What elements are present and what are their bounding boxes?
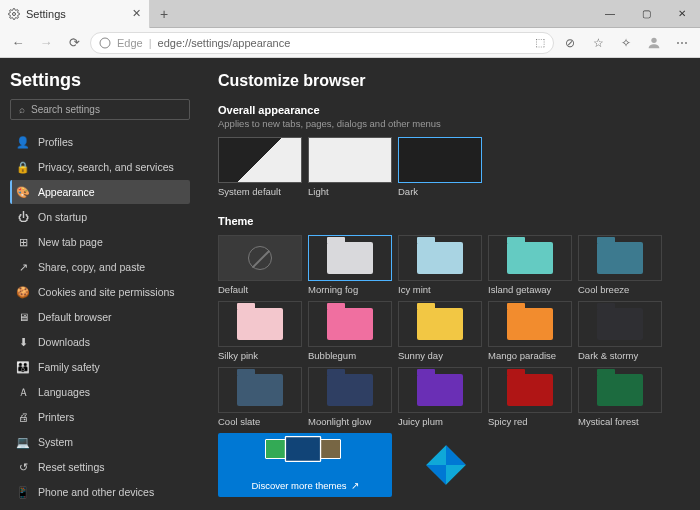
menu-icon: ⊞ — [16, 235, 30, 249]
menu-icon: ↺ — [16, 460, 30, 474]
sidebar-item-share-copy-and-paste[interactable]: ↗Share, copy, and paste — [10, 255, 190, 279]
sidebar-item-label: Printers — [38, 411, 74, 423]
appearance-option-light[interactable]: Light — [308, 137, 392, 197]
sidebar-item-family-safety[interactable]: 👪Family safety — [10, 355, 190, 379]
edge-icon — [99, 37, 111, 49]
sidebar-item-label: Share, copy, and paste — [38, 261, 145, 273]
theme-default[interactable]: Default — [218, 235, 302, 295]
sidebar-item-label: New tab page — [38, 236, 103, 248]
appearance-option-system-default[interactable]: System default — [218, 137, 302, 197]
sidebar-item-label: On startup — [38, 211, 87, 223]
theme-morning-fog[interactable]: Morning fog — [308, 235, 392, 295]
url-label: Edge — [117, 37, 143, 49]
discover-preview — [269, 439, 341, 459]
close-window-button[interactable]: ✕ — [664, 0, 700, 28]
sidebar-item-default-browser[interactable]: 🖥Default browser — [10, 305, 190, 329]
back-button[interactable]: ← — [6, 31, 30, 55]
sidebar-item-privacy-search-and-services[interactable]: 🔒Privacy, search, and services — [10, 155, 190, 179]
theme-cool-slate[interactable]: Cool slate — [218, 367, 302, 427]
maximize-button[interactable]: ▢ — [628, 0, 664, 28]
sidebar-item-label: Languages — [38, 386, 90, 398]
menu-icon: Ａ — [16, 385, 30, 399]
appearance-option-dark[interactable]: Dark — [398, 137, 482, 197]
menu-icon: 🖥 — [16, 310, 30, 324]
theme-label: Dark & stormy — [578, 350, 662, 361]
theme-island-getaway[interactable]: Island getaway — [488, 235, 572, 295]
sidebar-item-label: Profiles — [38, 136, 73, 148]
sidebar-item-languages[interactable]: ＡLanguages — [10, 380, 190, 404]
theme-label: Cool slate — [218, 416, 302, 427]
theme-title: Theme — [218, 215, 682, 227]
theme-silky-pink[interactable]: Silky pink — [218, 301, 302, 361]
sidebar-item-label: Default browser — [38, 311, 112, 323]
sidebar-item-printers[interactable]: 🖨Printers — [10, 405, 190, 429]
browser-tab[interactable]: Settings ✕ — [0, 0, 150, 28]
tab-title: Settings — [26, 8, 126, 20]
reload-button[interactable]: ⟳ — [62, 31, 86, 55]
sidebar-item-appearance[interactable]: 🎨Appearance — [10, 180, 190, 204]
menu-icon: 📱 — [16, 485, 30, 499]
svg-point-2 — [651, 37, 656, 42]
theme-icy-mint[interactable]: Icy mint — [398, 235, 482, 295]
svg-marker-4 — [446, 445, 466, 465]
titlebar: Settings ✕ + — ▢ ✕ — [0, 0, 700, 28]
minimize-button[interactable]: — — [592, 0, 628, 28]
sidebar-item-new-tab-page[interactable]: ⊞New tab page — [10, 230, 190, 254]
sync-icon[interactable]: ⊘ — [558, 31, 582, 55]
theme-mango-paradise[interactable]: Mango paradise — [488, 301, 572, 361]
theme-juicy-plum[interactable]: Juicy plum — [398, 367, 482, 427]
logo-tile[interactable] — [418, 437, 474, 493]
address-bar: ← → ⟳ Edge | edge://settings/appearance … — [0, 28, 700, 58]
sidebar-item-phone-and-other-devices[interactable]: 📱Phone and other devices — [10, 480, 190, 504]
sidebar-item-label: Privacy, search, and services — [38, 161, 174, 173]
sidebar-item-label: Downloads — [38, 336, 90, 348]
theme-mystical-forest[interactable]: Mystical forest — [578, 367, 662, 427]
sidebar-item-cookies-and-site-permissions[interactable]: 🍪Cookies and site permissions — [10, 280, 190, 304]
search-placeholder: Search settings — [31, 104, 100, 115]
forward-button[interactable]: → — [34, 31, 58, 55]
theme-cool-breeze[interactable]: Cool breeze — [578, 235, 662, 295]
appearance-label: Light — [308, 186, 392, 197]
menu-icon: 💻 — [16, 435, 30, 449]
theme-label: Sunny day — [398, 350, 482, 361]
theme-spicy-red[interactable]: Spicy red — [488, 367, 572, 427]
theme-sunny-day[interactable]: Sunny day — [398, 301, 482, 361]
sidebar-item-about-microsoft-edge[interactable]: ℹAbout Microsoft Edge — [10, 505, 190, 510]
sidebar-item-profiles[interactable]: 👤Profiles — [10, 130, 190, 154]
search-icon: ⌕ — [19, 104, 25, 115]
appearance-label: Dark — [398, 186, 482, 197]
theme-bubblegum[interactable]: Bubblegum — [308, 301, 392, 361]
search-settings-input[interactable]: ⌕ Search settings — [10, 99, 190, 120]
theme-label: Moonlight glow — [308, 416, 392, 427]
theme-label: Cool breeze — [578, 284, 662, 295]
theme-label: Mango paradise — [488, 350, 572, 361]
sidebar-item-on-startup[interactable]: ⏻On startup — [10, 205, 190, 229]
sidebar-item-label: Family safety — [38, 361, 100, 373]
external-link-icon: ↗ — [351, 480, 359, 491]
address-field[interactable]: Edge | edge://settings/appearance ⬚ — [90, 32, 554, 54]
sidebar-item-label: Phone and other devices — [38, 486, 154, 498]
theme-label: Island getaway — [488, 284, 572, 295]
profile-icon[interactable] — [642, 31, 666, 55]
theme-dark-stormy[interactable]: Dark & stormy — [578, 301, 662, 361]
sidebar-item-system[interactable]: 💻System — [10, 430, 190, 454]
menu-icon[interactable]: ⋯ — [670, 31, 694, 55]
menu-icon: 👤 — [16, 135, 30, 149]
menu-icon: ⏻ — [16, 210, 30, 224]
settings-icon — [8, 8, 20, 20]
theme-moonlight-glow[interactable]: Moonlight glow — [308, 367, 392, 427]
settings-sidebar: Settings ⌕ Search settings 👤Profiles🔒Pri… — [0, 58, 200, 510]
favorite-icon[interactable]: ☆ — [586, 31, 610, 55]
theme-label: Default — [218, 284, 302, 295]
sidebar-item-reset-settings[interactable]: ↺Reset settings — [10, 455, 190, 479]
reader-icon[interactable]: ⬚ — [535, 36, 545, 49]
sidebar-item-downloads[interactable]: ⬇Downloads — [10, 330, 190, 354]
close-tab-icon[interactable]: ✕ — [132, 7, 141, 20]
main-panel: Customize browser Overall appearance App… — [200, 58, 700, 510]
collections-icon[interactable]: ✧ — [614, 31, 638, 55]
theme-label: Juicy plum — [398, 416, 482, 427]
sidebar-item-label: Appearance — [38, 186, 95, 198]
window-controls: — ▢ ✕ — [592, 0, 700, 28]
new-tab-button[interactable]: + — [150, 6, 178, 22]
discover-themes-button[interactable]: Discover more themes ↗ — [218, 433, 392, 497]
